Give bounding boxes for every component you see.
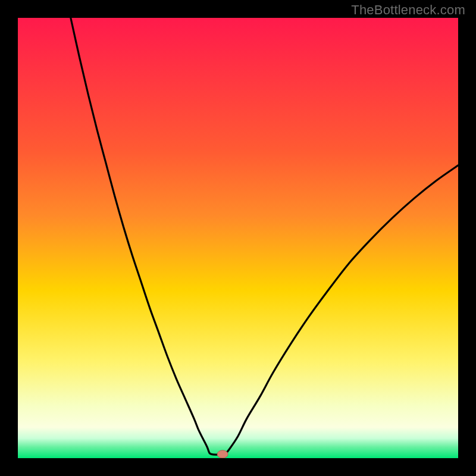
optimum-marker: [217, 450, 228, 458]
watermark-text: TheBottleneck.com: [351, 2, 465, 18]
chart-frame: TheBottleneck.com: [0, 0, 476, 476]
chart-svg: [18, 18, 458, 458]
svg-rect-0: [18, 18, 458, 458]
plot-area: [18, 18, 458, 458]
